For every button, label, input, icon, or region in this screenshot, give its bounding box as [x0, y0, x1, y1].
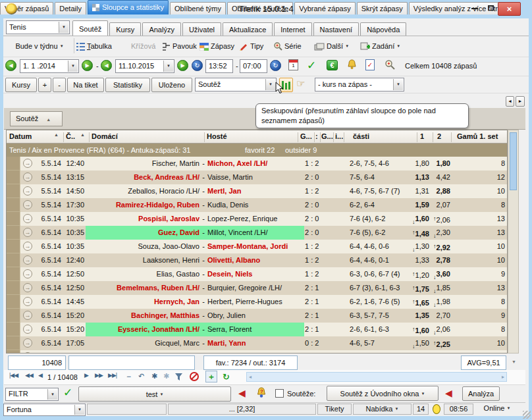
red-arrow-left-icon[interactable]: ◀: [238, 388, 246, 398]
goto-match-icon[interactable]: →: [23, 228, 32, 237]
time-from-field[interactable]: 13:52: [205, 59, 233, 73]
ulozeno-button[interactable]: Uloženo: [151, 78, 192, 92]
tab-Aktualizace[interactable]: Aktualizace: [223, 22, 273, 36]
delete-record-button[interactable]: −: [126, 372, 130, 381]
bookmaker-select[interactable]: Fortuna▼: [3, 404, 86, 416]
minimize-button[interactable]: [467, 3, 483, 15]
col-i[interactable]: i...: [335, 132, 343, 140]
goto-match-icon[interactable]: →: [23, 297, 32, 306]
zapasy-button[interactable]: Zápasy: [199, 38, 235, 53]
table-row[interactable]: →6.5.1410:35Pospisil, Jaroslav-Lopez-Per…: [7, 212, 507, 226]
tab-Uživatel[interactable]: Uživatel: [182, 22, 221, 36]
tab-Soutěž[interactable]: Soutěž: [72, 20, 108, 36]
tikety-button[interactable]: Tikety: [317, 404, 352, 415]
chevron-down-icon[interactable]: ▼: [393, 79, 403, 90]
add-view-icon[interactable]: ＋: [205, 371, 217, 382]
chevron-down-icon[interactable]: ▼: [59, 22, 68, 33]
col-domaci[interactable]: Domácí: [92, 132, 118, 140]
sport-select[interactable]: Tenis ▼: [6, 20, 70, 34]
table-row[interactable]: →6.5.1410:35Guez, David-Millot, Vincent …: [7, 226, 507, 240]
table-row[interactable]: →5.5.1412:40Fischer, Martin-Michon, Axel…: [7, 157, 507, 171]
goto-match-icon[interactable]: →: [23, 338, 32, 348]
date-from-next-button[interactable]: ▶: [82, 60, 93, 71]
chevron-down-icon[interactable]: ▼: [68, 61, 78, 72]
col-colon[interactable]: :: [315, 132, 318, 140]
prev-page-button[interactable]: ◀◀: [25, 372, 33, 379]
time-to-field[interactable]: 07:00: [240, 59, 267, 73]
chevron-down-icon[interactable]: ▼: [74, 405, 84, 415]
first-record-button[interactable]: |◀◀: [9, 372, 18, 379]
view-select[interactable]: Soutěž▼: [195, 78, 277, 92]
tab-Internet[interactable]: Internet: [274, 22, 311, 36]
vertical-scrollbar-thumb[interactable]: [510, 132, 517, 190]
close-button[interactable]: ×: [498, 2, 521, 16]
date-from-prev-button[interactable]: ◀: [5, 60, 16, 71]
table-row[interactable]: →5.5.1414:50Zeballos, Horacio /LH/-Mertl…: [7, 184, 507, 198]
goto-match-icon[interactable]: →: [23, 269, 32, 278]
col-hoste[interactable]: Hosté: [207, 132, 227, 140]
serie-button[interactable]: Série: [273, 38, 302, 53]
group-row[interactable]: Tenis / Aix en Provence (FRA) (€64) - An…: [7, 144, 507, 157]
na-tiket-button[interactable]: Na tiket: [67, 78, 104, 92]
online-dropdown[interactable]: Online ▼: [475, 404, 519, 415]
col-odds2[interactable]: 2: [437, 132, 441, 140]
groupby-chip-soutez[interactable]: Soutěž▲: [10, 111, 63, 126]
analyza-button[interactable]: Analýza: [462, 386, 500, 401]
goto-match-icon[interactable]: →: [23, 172, 32, 182]
filtr-select[interactable]: FILTR▼: [5, 388, 59, 401]
search-plus-icon[interactable]: [385, 59, 395, 70]
next-page-button[interactable]: ▶▶: [95, 372, 103, 379]
time-to-reset-button[interactable]: ↻: [270, 60, 281, 71]
tipy-button[interactable]: Tipy: [238, 38, 264, 53]
table-row[interactable]: →6.5.1414:45Hernych, Jan-Herbert, Pierre…: [7, 295, 507, 309]
checklist-icon[interactable]: ✓: [365, 59, 375, 70]
goto-match-icon[interactable]: →: [23, 352, 32, 354]
table-row[interactable]: →6.5.1412:50Elias, Gastao-Desein, Niels1…: [7, 267, 507, 281]
tabs-scroll-left-button[interactable]: ◄: [506, 96, 514, 107]
horizontal-scrollbar[interactable]: ◂ ▸: [246, 372, 507, 382]
vertical-scrollbar[interactable]: [508, 130, 519, 354]
nabidka-dropdown[interactable]: Nabídka ▼: [353, 404, 412, 415]
table-row[interactable]: →5.5.1417:30Ramirez-Hidalgo, Ruben-Kudla…: [7, 198, 507, 212]
red-arrow-left-icon[interactable]: ◀: [445, 388, 452, 398]
goto-match-icon[interactable]: →: [23, 200, 32, 209]
zadani-dropdown[interactable]: Zadání ▼: [359, 38, 401, 53]
col-g-away[interactable]: G...: [321, 132, 333, 140]
table-row[interactable]: →6.5.1415:20Eysseric, Jonathan /LH/-Serr…: [7, 323, 507, 336]
table-row[interactable]: →6.5.1417:05Gicquel, Marc-Marti, Yann0 :…: [7, 336, 507, 350]
chevron-down-icon[interactable]: ▼: [265, 79, 275, 90]
soutez-uvodni-okno-button[interactable]: Soutěž z Úvodního okna ▼: [327, 386, 439, 401]
date-to-select[interactable]: 11.10.2015▼: [115, 59, 174, 73]
chevron-down-icon[interactable]: ▼: [163, 61, 173, 72]
bell-icon[interactable]: [346, 59, 358, 70]
undo-button[interactable]: ↶: [138, 372, 144, 381]
tab-Analýzy[interactable]: Analýzy: [142, 22, 181, 36]
table-row[interactable]: →6.5.1412:40Laaksonen, Henri-Olivetti, A…: [7, 253, 507, 267]
goto-match-icon[interactable]: →: [23, 242, 32, 251]
clear-filter-icon[interactable]: [190, 372, 199, 381]
summary-expand-icon[interactable]: ▼: [512, 359, 516, 364]
scroll-right-icon[interactable]: ▸: [502, 373, 504, 381]
bell-icon[interactable]: ?: [255, 386, 267, 399]
next-record-button[interactable]: ▶: [84, 372, 88, 379]
test-dropdown-button[interactable]: test ▼: [78, 386, 231, 402]
refresh-icon[interactable]: ↻: [223, 372, 229, 382]
date-to-next-button[interactable]: ▶: [177, 60, 188, 71]
apply-filter-check-icon[interactable]: ✓: [307, 59, 316, 72]
goto-match-icon[interactable]: →: [23, 186, 32, 196]
time-from-reset-button[interactable]: ↻: [192, 60, 203, 71]
euro-icon[interactable]: €: [327, 60, 338, 70]
date-from-select[interactable]: 1. 1 .2014▼: [20, 59, 79, 73]
tab-Nápověda[interactable]: Nápověda: [360, 22, 406, 36]
souteze-checkbox[interactable]: [275, 389, 284, 398]
maximize-button[interactable]: [483, 3, 498, 15]
scroll-left-icon[interactable]: ◂: [249, 373, 252, 381]
table-row[interactable]: →6.5.1412:50Bemelmans, Ruben /LH/-Burqui…: [7, 281, 507, 295]
tabulka-button[interactable]: Tabulka: [76, 38, 113, 53]
insert-record-alt-button[interactable]: ✱: [163, 372, 169, 381]
calendar-icon[interactable]: 1: [288, 59, 298, 70]
col-cas[interactable]: Č..: [66, 132, 75, 140]
goto-match-icon[interactable]: →: [23, 159, 32, 168]
minus-button[interactable]: -: [53, 78, 66, 92]
resize-grip[interactable]: [523, 411, 531, 419]
